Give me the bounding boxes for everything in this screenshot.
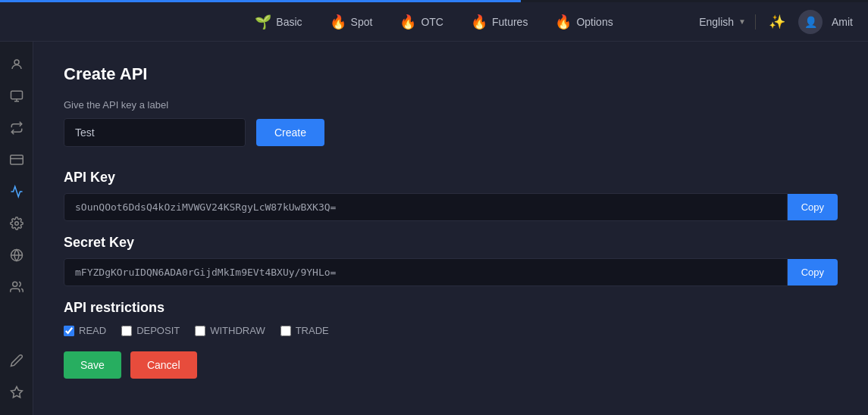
theme-icon: ✨ bbox=[769, 14, 785, 30]
otc-icon: 🔥 bbox=[400, 14, 416, 30]
api-key-section-title: API Key bbox=[64, 170, 838, 186]
checkbox-read[interactable]: READ bbox=[64, 325, 106, 336]
cancel-button[interactable]: Cancel bbox=[130, 351, 197, 379]
nav-label-futures: Futures bbox=[492, 16, 528, 28]
secret-key-section-title: Secret Key bbox=[64, 235, 838, 251]
svg-point-0 bbox=[14, 60, 19, 64]
svg-point-6 bbox=[14, 222, 18, 226]
svg-rect-1 bbox=[11, 91, 22, 99]
content-area: Create API Give the API key a label Crea… bbox=[33, 42, 868, 415]
checkbox-deposit-label: DEPOSIT bbox=[136, 325, 180, 336]
checkbox-trade-input[interactable] bbox=[280, 326, 291, 336]
secret-key-row: mFYZDgKOruIDQN6ADA0rGijdMkIm9EVt4BXUy/9Y… bbox=[64, 258, 838, 286]
sidebar-icon-star[interactable] bbox=[3, 379, 30, 406]
sidebar-icon-chart[interactable] bbox=[3, 178, 30, 205]
sidebar bbox=[0, 42, 33, 415]
save-button[interactable]: Save bbox=[64, 351, 121, 379]
sidebar-icon-globe[interactable] bbox=[3, 242, 30, 269]
checkbox-withdraw-label: WITHDRAW bbox=[210, 325, 265, 336]
checkbox-read-input[interactable] bbox=[64, 326, 74, 336]
avatar-icon: 👤 bbox=[804, 16, 817, 28]
language-label: English bbox=[699, 16, 734, 28]
api-key-copy-button[interactable]: Copy bbox=[788, 194, 838, 220]
nav-item-basic[interactable]: 🌱 Basic bbox=[244, 9, 312, 35]
sidebar-icon-wallet[interactable] bbox=[3, 146, 30, 173]
checkbox-trade[interactable]: TRADE bbox=[280, 325, 329, 336]
caret-icon: ▼ bbox=[738, 17, 746, 26]
nav-item-spot[interactable]: 🔥 Spot bbox=[319, 9, 384, 35]
spot-icon: 🔥 bbox=[330, 14, 346, 30]
checkbox-deposit[interactable]: DEPOSIT bbox=[121, 325, 180, 336]
secret-key-copy-button[interactable]: Copy bbox=[788, 259, 838, 286]
options-icon: 🔥 bbox=[555, 14, 572, 30]
nav-label-options: Options bbox=[576, 16, 613, 28]
restrictions-checkboxes: READ DEPOSIT WITHDRAW TRADE bbox=[64, 325, 838, 336]
nav-right: English ▼ ✨ 👤 Amit bbox=[699, 10, 853, 34]
sidebar-icon-clip[interactable] bbox=[3, 347, 30, 374]
create-button[interactable]: Create bbox=[256, 119, 324, 146]
top-nav: 🌱 Basic 🔥 Spot 🔥 OTC 🔥 Futures 🔥 Options… bbox=[0, 2, 868, 42]
checkbox-read-label: READ bbox=[79, 325, 106, 336]
nav-label-otc: OTC bbox=[421, 16, 443, 28]
api-label-input[interactable] bbox=[64, 118, 246, 147]
nav-label-spot: Spot bbox=[351, 16, 373, 28]
checkbox-deposit-input[interactable] bbox=[121, 326, 132, 336]
theme-button[interactable]: ✨ bbox=[765, 10, 789, 34]
sidebar-icon-monitor[interactable] bbox=[3, 83, 30, 110]
nav-item-futures[interactable]: 🔥 Futures bbox=[460, 9, 538, 35]
futures-icon: 🔥 bbox=[471, 14, 487, 30]
svg-rect-4 bbox=[10, 155, 23, 164]
nav-divider bbox=[755, 14, 756, 30]
nav-item-options[interactable]: 🔥 Options bbox=[544, 9, 623, 35]
create-api-row: Create bbox=[64, 118, 838, 147]
nav-item-otc[interactable]: 🔥 OTC bbox=[389, 9, 454, 35]
nav-center: 🌱 Basic 🔥 Spot 🔥 OTC 🔥 Futures 🔥 Options bbox=[244, 9, 623, 35]
page-title: Create API bbox=[64, 64, 838, 84]
checkbox-withdraw[interactable]: WITHDRAW bbox=[195, 325, 265, 336]
username[interactable]: Amit bbox=[832, 16, 853, 28]
svg-marker-10 bbox=[11, 387, 22, 398]
secret-key-value: mFYZDgKOruIDQN6ADA0rGijdMkIm9EVt4BXUy/9Y… bbox=[64, 258, 788, 286]
language-selector[interactable]: English ▼ bbox=[699, 16, 746, 28]
sidebar-icon-user[interactable] bbox=[3, 51, 30, 78]
sidebar-icon-settings[interactable] bbox=[3, 210, 30, 237]
sidebar-icon-people[interactable] bbox=[3, 273, 30, 301]
checkbox-withdraw-input[interactable] bbox=[195, 326, 205, 336]
sidebar-icon-transfer[interactable] bbox=[3, 114, 30, 142]
restrictions-title: API restrictions bbox=[64, 300, 838, 316]
avatar: 👤 bbox=[798, 10, 823, 34]
action-row: Save Cancel bbox=[64, 351, 838, 379]
api-key-label-instruction: Give the API key a label bbox=[64, 99, 838, 111]
checkbox-trade-label: TRADE bbox=[296, 325, 329, 336]
main-layout: Create API Give the API key a label Crea… bbox=[0, 42, 868, 415]
svg-point-9 bbox=[12, 282, 17, 286]
basic-icon: 🌱 bbox=[255, 14, 271, 30]
api-key-value: sOunQOot6DdsQ4kOziMVWGV24KSRgyLcW87kUwBX… bbox=[64, 193, 788, 221]
nav-label-basic: Basic bbox=[276, 16, 302, 28]
api-key-row: sOunQOot6DdsQ4kOziMVWGV24KSRgyLcW87kUwBX… bbox=[64, 193, 838, 221]
